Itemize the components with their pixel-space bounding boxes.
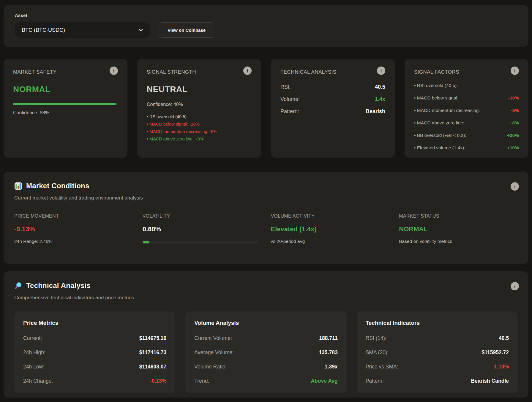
technical-analysis-panel-title: Technical Analysis xyxy=(26,281,91,290)
metric-value: 40.5 xyxy=(375,84,385,90)
metric-value: $117416.73 xyxy=(139,349,167,356)
info-icon[interactable]: i xyxy=(243,67,252,75)
asset-controls: BTC (BTC-USDC) View on Coinbase xyxy=(15,22,521,38)
metric-value: 40.5 xyxy=(499,335,509,341)
metric-label: 24h Low: xyxy=(23,364,44,370)
factor-label: MACD above zero line: xyxy=(414,120,464,126)
signal-strength-status: NEUTRAL xyxy=(147,85,252,94)
volatility-column: VOLATILITY 0.60% xyxy=(143,213,261,244)
price-metrics-title: Price Metrics xyxy=(23,320,166,326)
metric-label: Current: xyxy=(23,335,42,341)
metric-row: 24h Low: $114603.07 xyxy=(23,364,166,370)
info-icon[interactable]: i xyxy=(110,67,118,75)
metric-label: Pattern: xyxy=(280,108,299,115)
volatility-progress-fill xyxy=(143,241,149,243)
factor-item: MACD above zero line: +8% xyxy=(147,135,252,143)
metric-value: $114675.10 xyxy=(139,335,167,341)
factor-row: Elevated volume (1.4x): +10% xyxy=(414,145,519,151)
metric-label: Price vs SMA: xyxy=(366,364,398,370)
market-status-value: NORMAL xyxy=(399,225,518,233)
volume-analysis-title: Volume Analysis xyxy=(194,320,337,326)
confidence-progress-fill xyxy=(13,103,116,105)
metric-row: Current Volume: 188.711 xyxy=(194,335,337,341)
signal-strength-factors: RSI oversold (40.5) MACD below signal: -… xyxy=(147,113,252,143)
metric-row: Volume Ratio: 1.39x xyxy=(194,364,337,370)
metric-label: 24h High: xyxy=(23,349,45,356)
metric-row: Volume: 1.4x xyxy=(280,96,385,102)
factor-value: +20% xyxy=(507,133,519,138)
metric-label: Average Volume: xyxy=(194,349,234,356)
metric-label: RSI (14): xyxy=(366,335,386,341)
metric-row: Pattern: Bearish xyxy=(280,108,385,115)
factor-value: +8% xyxy=(510,120,519,126)
technical-analysis-header: TECHNICAL ANALYSIS i xyxy=(280,68,385,75)
info-icon[interactable]: i xyxy=(511,182,519,191)
metric-value: 1.39x xyxy=(325,364,338,370)
market-conditions-grid: PRICE MOVEMENT -0.13% 24h Range: 2.46% V… xyxy=(14,213,518,244)
metric-value: -0.13% xyxy=(150,378,166,384)
technical-analysis-grid: Price Metrics Current: $114675.10 24h Hi… xyxy=(14,311,518,393)
info-icon[interactable]: i xyxy=(511,67,519,75)
market-safety-card: MARKET SAFETY i NORMAL Confidence: 98% xyxy=(4,59,127,158)
factor-item: RSI oversold (40.5) xyxy=(147,113,252,121)
metric-label: 24h Change: xyxy=(23,378,53,384)
volume-activity-note: vs 20-period avg xyxy=(271,239,390,244)
view-on-coinbase-button[interactable]: View on Coinbase xyxy=(159,22,214,38)
signal-factors-card: SIGNAL FACTORS i RSI oversold (40.5): MA… xyxy=(405,59,528,158)
factor-label: MACD momentum decreasing: xyxy=(414,108,480,113)
info-icon[interactable]: i xyxy=(377,67,385,75)
factor-label: Elevated volume (1.4x): xyxy=(414,145,465,151)
asset-select[interactable]: BTC (BTC-USDC) xyxy=(15,22,150,38)
signal-strength-header: SIGNAL STRENGTH i xyxy=(147,68,252,75)
metric-value: Above Avg xyxy=(311,378,338,384)
metric-label: Volume Ratio: xyxy=(194,364,227,370)
technical-analysis-card: TECHNICAL ANALYSIS i RSI: 40.5 Volume: 1… xyxy=(271,59,395,158)
stat-cards-row: MARKET SAFETY i NORMAL Confidence: 98% S… xyxy=(4,59,528,158)
metric-row: Pattern: Bearish Candle xyxy=(366,378,509,384)
signal-factors-title: SIGNAL FACTORS xyxy=(414,68,459,75)
confidence-progress-bar xyxy=(13,103,118,105)
market-status-column: MARKET STATUS NORMAL Based on volatility… xyxy=(399,213,518,244)
technical-analysis-title: TECHNICAL ANALYSIS xyxy=(280,68,337,75)
metric-value: 135.783 xyxy=(319,349,337,356)
volatility-value: 0.60% xyxy=(143,225,261,233)
signal-factors-header: SIGNAL FACTORS i xyxy=(414,68,519,75)
volume-activity-column: VOLUME ACTIVITY Elevated (1.4x) vs 20-pe… xyxy=(271,213,390,244)
technical-analysis-subtitle: Comprehensive technical indicators and p… xyxy=(14,295,518,301)
signal-strength-confidence: Confidence: 40% xyxy=(147,102,252,107)
volatility-progress-bar xyxy=(143,241,258,243)
metric-value: 188.711 xyxy=(319,335,337,341)
factor-item: MACD below signal: -10% xyxy=(147,121,252,128)
metric-label: SMA (20): xyxy=(366,349,389,356)
market-status-note: Based on volatility metrics xyxy=(399,239,518,244)
crypto-dashboard: Asset BTC (BTC-USDC) View on Coinbase MA… xyxy=(0,0,532,401)
market-safety-header: MARKET SAFETY i xyxy=(13,68,118,75)
volume-activity-label: VOLUME ACTIVITY xyxy=(271,213,390,219)
factor-item: MACD momentum decreasing: -8% xyxy=(147,128,252,135)
metric-label: Trend: xyxy=(194,378,209,384)
market-conditions-head: Market Conditions xyxy=(14,182,518,190)
metric-label: Pattern: xyxy=(366,378,384,384)
metric-value: 1.4x xyxy=(375,96,385,102)
metric-value: Bearish xyxy=(366,108,385,115)
market-conditions-title: Market Conditions xyxy=(26,182,89,190)
factor-row: MACD above zero line: +8% xyxy=(414,120,519,126)
metric-row: 24h High: $117416.73 xyxy=(23,349,166,356)
metric-value: $115952.72 xyxy=(482,349,509,356)
magnifying-glass-icon xyxy=(14,282,22,290)
factor-row: RSI oversold (40.5): xyxy=(414,83,519,88)
chevron-down-icon xyxy=(138,29,143,31)
volume-activity-value: Elevated (1.4x) xyxy=(271,225,390,233)
bar-chart-icon xyxy=(14,182,22,190)
price-movement-label: PRICE MOVEMENT xyxy=(14,213,133,219)
market-conditions-panel: i Market Conditions Current market volat… xyxy=(4,172,528,264)
metric-row: Trend: Above Avg xyxy=(194,378,337,384)
volatility-label: VOLATILITY xyxy=(143,213,261,219)
price-metrics-card: Price Metrics Current: $114675.10 24h Hi… xyxy=(14,311,175,393)
technical-indicators-title: Technical Indicators xyxy=(366,320,509,326)
metric-row: 24h Change: -0.13% xyxy=(23,378,166,384)
asset-selector-panel: Asset BTC (BTC-USDC) View on Coinbase xyxy=(4,5,528,47)
info-icon[interactable]: i xyxy=(511,282,519,290)
metric-label: Current Volume: xyxy=(194,335,232,341)
factor-value: -10% xyxy=(508,95,519,101)
